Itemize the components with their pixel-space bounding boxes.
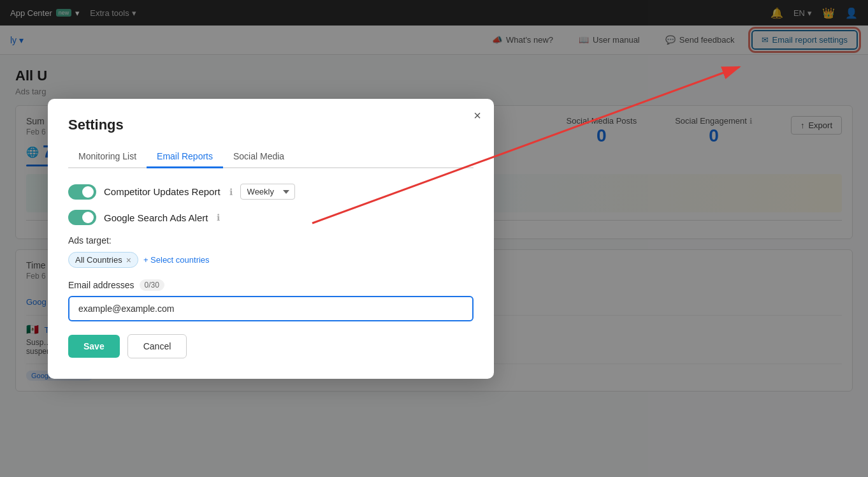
competitor-toggle-label: Competitor Updates Report bbox=[104, 186, 221, 197]
all-countries-tag: All Countries × bbox=[68, 252, 138, 268]
email-count-badge: 0/30 bbox=[140, 279, 164, 291]
email-addresses-label: Email addresses bbox=[68, 280, 134, 290]
cancel-button[interactable]: Cancel bbox=[127, 334, 187, 358]
settings-tabs: Monitoring List Email Reports Social Med… bbox=[68, 146, 474, 168]
tab-monitoring-list[interactable]: Monitoring List bbox=[68, 146, 147, 168]
action-row: Save Cancel bbox=[68, 334, 474, 358]
google-ads-toggle[interactable] bbox=[68, 210, 96, 225]
save-button[interactable]: Save bbox=[68, 335, 120, 358]
modal-title: Settings bbox=[68, 117, 474, 133]
competitor-toggle-row: Competitor Updates Report ℹ Weekly Daily… bbox=[68, 184, 474, 200]
google-ads-info-icon: ℹ bbox=[217, 212, 220, 223]
ads-target-label: Ads target: bbox=[68, 235, 474, 246]
select-countries-label: + Select countries bbox=[143, 255, 210, 265]
select-countries-button[interactable]: + Select countries bbox=[143, 255, 210, 265]
settings-modal: × Settings Monitoring List Email Reports… bbox=[48, 99, 494, 379]
email-label-row: Email addresses 0/30 bbox=[68, 279, 474, 291]
ads-target-tags: All Countries × + Select countries bbox=[68, 252, 474, 268]
frequency-select[interactable]: Weekly Daily Monthly bbox=[240, 184, 295, 200]
all-countries-label: All Countries bbox=[75, 255, 122, 265]
competitor-toggle[interactable] bbox=[68, 184, 96, 200]
tab-email-reports[interactable]: Email Reports bbox=[147, 146, 223, 168]
competitor-info-icon: ℹ bbox=[229, 187, 233, 197]
google-ads-toggle-row: Google Search Ads Alert ℹ bbox=[68, 210, 474, 225]
modal-overlay: × Settings Monitoring List Email Reports… bbox=[0, 0, 868, 477]
modal-close-button[interactable]: × bbox=[474, 109, 481, 122]
google-ads-toggle-label: Google Search Ads Alert bbox=[104, 212, 208, 223]
email-input[interactable] bbox=[68, 296, 474, 321]
tab-social-media[interactable]: Social Media bbox=[223, 146, 294, 168]
remove-tag-button[interactable]: × bbox=[126, 256, 131, 265]
